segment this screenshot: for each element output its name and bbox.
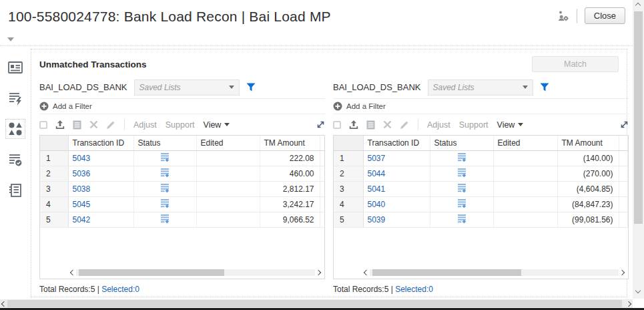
add-filter-button[interactable]: Add a Filter bbox=[333, 98, 629, 114]
transaction-id-link[interactable]: 5036 bbox=[73, 169, 91, 178]
expand-icon[interactable] bbox=[316, 120, 325, 129]
table-row[interactable]: 2 5044 (270.00) bbox=[334, 166, 627, 181]
expand-icon[interactable] bbox=[620, 120, 629, 129]
transaction-id-link[interactable]: 5040 bbox=[368, 200, 386, 209]
table-row[interactable]: 4 5045 3,242.17 bbox=[40, 196, 325, 212]
selected-count-link[interactable]: Selected:0 bbox=[395, 285, 433, 294]
close-button[interactable]: Close bbox=[585, 7, 625, 24]
export-icon[interactable] bbox=[55, 120, 65, 130]
vertical-scrollbar-thumb[interactable] bbox=[634, 11, 643, 224]
transaction-id-link[interactable]: 5041 bbox=[368, 184, 386, 194]
transaction-id-link[interactable]: 5038 bbox=[73, 184, 91, 194]
view-menu-button[interactable]: View bbox=[204, 120, 230, 130]
column-header[interactable]: TM Amount bbox=[557, 136, 619, 150]
unmatched-status-icon[interactable] bbox=[457, 183, 466, 192]
sidebar-item-matching[interactable] bbox=[5, 119, 25, 139]
column-header[interactable]: Transaction ID bbox=[363, 136, 430, 150]
select-all-checkbox-icon[interactable] bbox=[39, 121, 47, 129]
scroll-right-icon[interactable] bbox=[316, 270, 321, 275]
transaction-id-link[interactable]: 5039 bbox=[368, 215, 386, 224]
grid-horizontal-scrollbar[interactable] bbox=[71, 269, 320, 277]
clipped-cell bbox=[619, 212, 627, 227]
column-header[interactable]: Edited bbox=[493, 136, 557, 150]
transaction-id-link[interactable]: 5037 bbox=[368, 154, 386, 163]
balance-card-icon bbox=[7, 59, 23, 75]
grid-horizontal-scrollbar[interactable] bbox=[364, 269, 624, 277]
status-cell bbox=[430, 212, 493, 227]
column-header[interactable]: Transaction ID bbox=[68, 136, 133, 150]
window-horizontal-scrollbar[interactable] bbox=[0, 299, 633, 308]
status-cell bbox=[133, 181, 196, 196]
export-icon[interactable] bbox=[349, 120, 358, 130]
sidebar-item-adjustments[interactable] bbox=[5, 150, 25, 170]
section-title: Unmatched Transactions bbox=[39, 59, 147, 69]
details-icon[interactable] bbox=[366, 120, 375, 130]
view-menu-button[interactable]: View bbox=[497, 120, 524, 130]
table-row[interactable]: 5 5042 9,066.52 bbox=[40, 212, 325, 227]
grid-header-row: Transaction ID Status Edited TM Amount bbox=[334, 136, 627, 150]
table-row[interactable]: 1 5043 222.08 bbox=[40, 150, 325, 166]
tm-amount-cell: (140.00) bbox=[557, 150, 619, 166]
transaction-id-cell: 5041 bbox=[363, 181, 430, 196]
transaction-id-cell: 5036 bbox=[68, 166, 133, 181]
scroll-left-icon[interactable] bbox=[364, 270, 369, 275]
horizontal-scrollbar-thumb[interactable] bbox=[7, 300, 622, 307]
table-row[interactable]: 1 5037 (140.00) bbox=[334, 150, 627, 166]
unmatched-status-icon[interactable] bbox=[457, 168, 466, 177]
scroll-left-icon[interactable] bbox=[70, 270, 75, 275]
saved-lists-dropdown[interactable]: Saved Lists bbox=[428, 80, 533, 96]
column-header[interactable]: Edited bbox=[196, 136, 260, 150]
selected-count-link[interactable]: Selected:0 bbox=[101, 285, 139, 294]
match-button[interactable]: Match bbox=[532, 56, 619, 72]
table-row[interactable]: 5 5039 (99,081.56) bbox=[334, 212, 627, 227]
unmatched-status-icon[interactable] bbox=[160, 152, 170, 162]
table-row[interactable]: 3 5041 (4,604.85) bbox=[334, 181, 627, 196]
add-filter-button[interactable]: Add a Filter bbox=[39, 98, 325, 114]
scroll-left-icon[interactable] bbox=[1, 301, 7, 306]
unmatched-status-icon[interactable] bbox=[160, 198, 170, 208]
transaction-id-link[interactable]: 5044 bbox=[368, 169, 386, 178]
unmatched-status-icon[interactable] bbox=[457, 198, 466, 208]
edited-cell bbox=[493, 150, 557, 166]
sidebar-item-audit[interactable] bbox=[5, 180, 25, 200]
filter-icon[interactable] bbox=[540, 83, 549, 92]
scroll-up-icon[interactable] bbox=[635, 3, 641, 8]
table-row[interactable]: 2 5036 460.00 bbox=[40, 166, 325, 181]
add-filter-label: Add a Filter bbox=[53, 102, 92, 110]
saved-lists-dropdown[interactable]: Saved Lists bbox=[134, 80, 240, 96]
column-header[interactable]: TM Amount bbox=[260, 136, 320, 150]
support-button[interactable]: Support bbox=[166, 120, 195, 130]
collapse-chevron-icon[interactable] bbox=[7, 37, 14, 41]
transaction-id-link[interactable]: 5043 bbox=[73, 154, 91, 163]
scroll-right-icon[interactable] bbox=[626, 301, 631, 306]
unmatched-status-icon[interactable] bbox=[457, 152, 466, 162]
unmatched-status-icon[interactable] bbox=[457, 214, 466, 223]
scroll-down-icon[interactable] bbox=[635, 288, 641, 293]
details-icon[interactable] bbox=[73, 120, 81, 130]
edit-pencil-icon[interactable] bbox=[400, 120, 409, 130]
adjust-button[interactable]: Adjust bbox=[427, 120, 450, 130]
unmatched-status-icon[interactable] bbox=[160, 183, 170, 192]
column-header[interactable]: Status bbox=[133, 136, 196, 150]
scroll-right-icon[interactable] bbox=[619, 270, 624, 275]
table-row[interactable]: 3 5038 2,812.17 bbox=[40, 181, 325, 196]
users-icon[interactable] bbox=[557, 10, 569, 22]
edit-pencil-icon[interactable] bbox=[106, 120, 115, 130]
window-vertical-scrollbar[interactable] bbox=[633, 0, 644, 299]
column-header[interactable]: Status bbox=[430, 136, 493, 150]
select-all-checkbox-icon[interactable] bbox=[333, 121, 341, 129]
table-row[interactable]: 4 5040 (84,847.23) bbox=[334, 196, 627, 212]
unmatched-status-icon[interactable] bbox=[160, 214, 170, 223]
unmatched-status-icon[interactable] bbox=[160, 168, 170, 177]
filter-icon[interactable] bbox=[246, 83, 256, 92]
sidebar-item-activity[interactable] bbox=[5, 88, 25, 108]
edited-cell bbox=[493, 196, 557, 212]
adjust-button[interactable]: Adjust bbox=[133, 120, 157, 130]
support-button[interactable]: Support bbox=[459, 120, 489, 130]
delete-x-icon[interactable] bbox=[383, 120, 392, 129]
page-title: 100-5580024778: Bank Load Recon | Bai Lo… bbox=[8, 9, 331, 25]
sidebar-item-summary[interactable] bbox=[5, 57, 25, 78]
delete-x-icon[interactable] bbox=[89, 120, 98, 129]
transaction-id-link[interactable]: 5042 bbox=[73, 215, 91, 224]
transaction-id-link[interactable]: 5045 bbox=[73, 200, 91, 209]
